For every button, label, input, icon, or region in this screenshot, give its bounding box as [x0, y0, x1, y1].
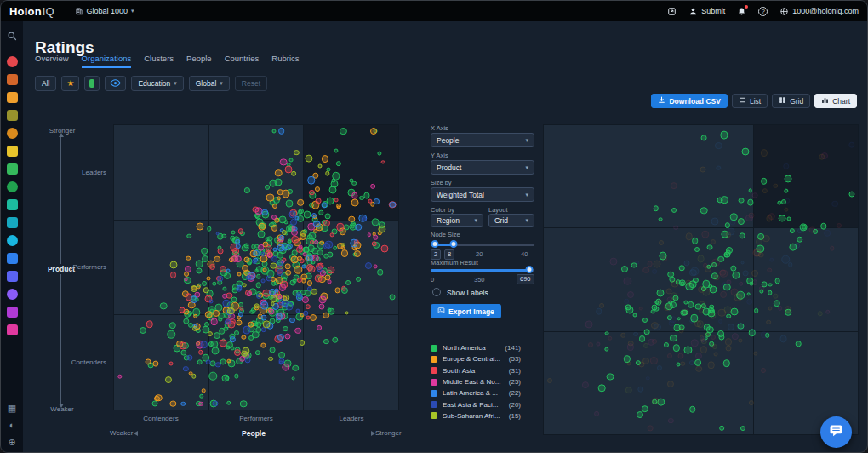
scatter-point[interactable]: [671, 280, 679, 288]
scatter-point[interactable]: [351, 199, 358, 207]
scatter-point[interactable]: [292, 171, 297, 176]
scatter-point[interactable]: [774, 278, 780, 284]
filter-all-button[interactable]: All: [35, 76, 56, 91]
scatter-point[interactable]: [263, 268, 267, 272]
scatter-point[interactable]: [220, 359, 226, 365]
scatter-point[interactable]: [197, 359, 203, 365]
scatter-point[interactable]: [153, 361, 159, 367]
scatter-point[interactable]: [374, 265, 378, 269]
scatter-point[interactable]: [258, 222, 266, 230]
scatter-point[interactable]: [749, 400, 754, 405]
scatter-point[interactable]: [191, 285, 197, 292]
scatter-point[interactable]: [256, 274, 261, 279]
scatter-point[interactable]: [724, 307, 732, 314]
scatter-point[interactable]: [677, 353, 683, 358]
scatter-point[interactable]: [237, 312, 243, 317]
scatter-point[interactable]: [725, 346, 731, 352]
scatter-point[interactable]: [282, 190, 289, 198]
scatter-point[interactable]: [712, 259, 720, 267]
color-by-select[interactable]: Region ▾: [431, 214, 483, 227]
scatter-point[interactable]: [221, 233, 226, 238]
scatter-point[interactable]: [272, 247, 277, 251]
download-csv-button[interactable]: Download CSV: [651, 94, 727, 108]
chat-widget-button[interactable]: [820, 416, 852, 448]
scatter-point[interactable]: [377, 151, 381, 155]
scatter-point[interactable]: [315, 186, 320, 192]
scatter-point[interactable]: [345, 311, 349, 315]
scatter-point[interactable]: [627, 361, 631, 365]
scatter-point[interactable]: [821, 152, 828, 159]
scatter-point[interactable]: [632, 313, 637, 317]
legend-item[interactable]: Latin America & ...(22): [431, 387, 521, 399]
scatter-point[interactable]: [349, 216, 356, 223]
reset-button[interactable]: Reset: [235, 76, 267, 91]
scatter-point[interactable]: [673, 225, 678, 230]
scatter-point[interactable]: [180, 402, 186, 407]
scatter-point[interactable]: [678, 328, 684, 334]
scatter-point[interactable]: [209, 263, 216, 270]
scatter-point[interactable]: [750, 328, 757, 335]
scatter-point[interactable]: [740, 232, 745, 238]
scatter-point[interactable]: [717, 166, 721, 170]
scatter-point[interactable]: [236, 286, 242, 292]
scatter-point[interactable]: [262, 209, 269, 215]
scatter-point[interactable]: [208, 331, 213, 336]
scatter-point[interactable]: [325, 214, 331, 220]
scatter-point[interactable]: [663, 304, 670, 311]
scatter-point[interactable]: [625, 387, 632, 393]
scatter-point[interactable]: [288, 211, 296, 219]
sidebar-app-rust-icon[interactable]: [7, 74, 18, 85]
scatter-point[interactable]: [642, 405, 648, 412]
layout-select[interactable]: Grid ▾: [488, 214, 534, 227]
scatter-point[interactable]: [374, 198, 379, 204]
show-labels-toggle[interactable]: [432, 288, 441, 296]
scatter-point[interactable]: [752, 192, 758, 198]
scatter-point[interactable]: [783, 163, 790, 170]
scatter-point[interactable]: [261, 343, 266, 347]
scatter-point[interactable]: [300, 230, 307, 237]
scatter-point[interactable]: [667, 381, 674, 387]
scatter-point[interactable]: [191, 374, 197, 379]
scatter-point[interactable]: [186, 354, 192, 360]
tab-rubrics[interactable]: Rubrics: [271, 54, 299, 68]
scatter-point[interactable]: [658, 300, 662, 304]
scatter-point[interactable]: [319, 210, 323, 215]
scatter-point[interactable]: [235, 244, 240, 249]
scatter-point[interactable]: [170, 272, 177, 278]
scatter-point[interactable]: [608, 335, 613, 341]
scatter-point[interactable]: [302, 296, 309, 303]
scatter-point[interactable]: [644, 329, 650, 335]
scatter-point[interactable]: [777, 200, 781, 204]
scatter-point[interactable]: [654, 324, 660, 330]
scatter-point[interactable]: [160, 302, 168, 310]
scatter-point[interactable]: [711, 239, 716, 244]
scatter-point[interactable]: [818, 311, 824, 317]
scatter-point[interactable]: [626, 344, 633, 351]
max-result-slider[interactable]: [431, 266, 534, 274]
legend-item[interactable]: Sub-Saharan Afri...(15): [431, 410, 521, 421]
scatter-point[interactable]: [725, 339, 732, 346]
scatter-point[interactable]: [226, 269, 230, 273]
scatter-point[interactable]: [351, 181, 357, 186]
scatter-point[interactable]: [260, 255, 267, 263]
scatter-point[interactable]: [317, 249, 323, 255]
scatter-point[interactable]: [186, 255, 191, 261]
sidebar-app-emerald-icon[interactable]: [7, 181, 18, 192]
scatter-point[interactable]: [754, 308, 759, 313]
scatter-point[interactable]: [737, 219, 741, 223]
scatter-point[interactable]: [242, 244, 249, 252]
scatter-point[interactable]: [269, 347, 275, 353]
scatter-point[interactable]: [372, 219, 380, 226]
scatter-point[interactable]: [249, 309, 254, 313]
scatter-point[interactable]: [253, 249, 260, 256]
scatter-point[interactable]: [213, 310, 220, 317]
scatter-point[interactable]: [271, 129, 276, 133]
scatter-point[interactable]: [291, 376, 295, 381]
scatter-point[interactable]: [723, 359, 730, 366]
scatter-point[interactable]: [701, 339, 706, 344]
export-image-button[interactable]: Export Image: [431, 304, 501, 318]
tab-overview[interactable]: Overview: [35, 54, 69, 68]
scatter-point[interactable]: [285, 264, 291, 270]
filter-leaf-button[interactable]: [84, 76, 100, 91]
scatter-point[interactable]: [684, 347, 692, 354]
